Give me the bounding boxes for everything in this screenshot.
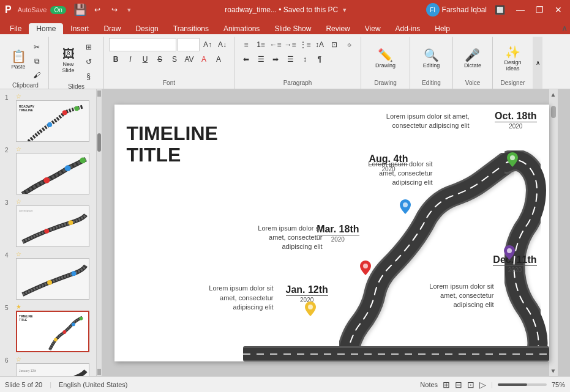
view-slide-btn[interactable]: ⊟ [455,380,462,390]
svg-text:Lorem ipsum: Lorem ipsum [19,209,33,212]
v-scroll-thumb[interactable] [551,106,556,118]
view-slideshow-btn[interactable]: ▷ [479,380,486,390]
view-reading-btn[interactable]: ⊡ [467,380,474,390]
file-location-arrow[interactable]: ▾ [343,6,347,13]
align-center-btn[interactable]: ☰ [254,53,268,66]
tab-file[interactable]: File [2,23,29,34]
tab-view[interactable]: View [358,23,388,34]
font-size-input[interactable] [178,38,200,51]
line-spacing-btn[interactable]: ↕ [298,53,312,66]
autosave-label: AutoSave [18,6,47,13]
tab-draw[interactable]: Draw [96,23,128,34]
slide-panel-scrollbar[interactable] [97,89,102,376]
design-ideas-btn[interactable]: ✨ DesignIdeas [501,45,523,73]
font-group: A↑ A↓ B I U S S AV A A Font [104,37,234,89]
strikethrough-btn[interactable]: S [153,53,167,66]
scroll-up-arrow[interactable] [97,91,101,97]
increase-font-btn[interactable]: A↑ [201,38,214,51]
format-painter-btn[interactable]: 🖌 [30,68,43,82]
new-slide-btn[interactable]: 🖼 NewSlide [58,46,80,75]
drawing-group: ✏️ Drawing Drawing [361,37,410,89]
scroll-down-arrow[interactable] [97,369,101,375]
columns-btn[interactable]: ⋮≡ [298,38,312,51]
more-tools-btn[interactable]: ▾ [127,6,131,14]
slide-thumb-5[interactable]: 5 ★ TIMELINE TITLE [5,303,91,352]
paste-icon: 📋 [11,50,26,62]
minimize-btn[interactable]: — [513,4,528,16]
ribbon-scroll-btn[interactable]: ∧ [533,37,542,89]
pin-red [359,261,372,275]
scroll-thumb[interactable] [97,133,101,152]
restore-btn[interactable]: ❐ [533,4,547,16]
dictate-btn[interactable]: 🎤 Dictate [462,48,484,70]
ribbon-collapse-btn[interactable]: 🔲 [492,4,508,16]
app-icon: P [5,4,12,15]
tab-slideshow[interactable]: Slide Show [267,23,318,34]
section-btn[interactable]: § [82,70,96,83]
text-block-3: Lorem ipsum dolor sitamet, consecteturad… [237,224,323,252]
cut-btn[interactable]: ✂ [30,40,43,54]
tab-insert[interactable]: Insert [63,23,96,34]
thumb-content-3: Lorem ipsum [17,206,89,246]
paste-btn[interactable]: 📋 Paste [7,38,29,82]
slide-title[interactable]: TIMELINE TITLE [127,123,218,166]
shadow-btn[interactable]: S [168,53,181,66]
text-block-5: Lorem ipsum dolor sitamet, consecteturad… [163,284,274,312]
bullets-btn[interactable]: ≡ [239,38,253,51]
align-left-btn[interactable]: ⬅ [239,53,253,66]
font-color-btn[interactable]: A [197,53,211,66]
slide-thumb-4[interactable]: 4 ☆ [5,251,91,300]
align-text-btn[interactable]: ⊡ [328,38,341,51]
reset-btn[interactable]: ↺ [82,55,96,68]
increase-indent-btn[interactable]: →≡ [283,38,297,51]
tab-transitions[interactable]: Transitions [166,23,216,34]
star-4: ☆ [16,251,89,257]
align-right-btn[interactable]: ➡ [269,53,282,66]
svg-text:TITLE: TITLE [19,319,28,322]
autosave-toggle[interactable]: On [50,6,66,14]
tab-addins[interactable]: Add-ins [388,23,428,34]
slide-img-5: TIMELINE TITLE [16,311,89,352]
v-scroll-down[interactable]: ▼ [549,366,558,376]
v-scroll-up[interactable]: ▲ [549,89,558,100]
copy-btn[interactable]: ⧉ [30,54,43,68]
slide-canvas[interactable]: TIMELINE TITLE [114,105,549,361]
font-name-input[interactable] [109,38,176,51]
close-btn[interactable]: ✕ [552,4,565,16]
save-icon[interactable]: 💾 [73,3,87,17]
justify-btn[interactable]: ☰ [283,53,297,66]
redo-btn[interactable]: ↪ [108,4,121,15]
slide-thumb-3[interactable]: 3 ☆ Lorem ipsum [5,198,91,247]
text-highlight-btn[interactable]: A [212,53,225,66]
italic-btn[interactable]: I [124,53,137,66]
layout-btn[interactable]: ⊞ [82,40,96,54]
undo-btn[interactable]: ↩ [91,4,104,15]
slide-img-1: ROADWAY TIMELINE [16,100,89,142]
tab-design[interactable]: Design [128,23,165,34]
numbering-btn[interactable]: 1≡ [254,38,268,51]
notes-btn[interactable]: Notes [420,381,438,388]
underline-btn[interactable]: U [138,53,152,66]
tab-home[interactable]: Home [29,23,63,34]
slide-panel[interactable]: 1 ☆ ROADWAY TIMELINE [0,89,97,376]
text-direction-btn[interactable]: ↕A [313,38,326,51]
editing-btn[interactable]: 🔍 Editing [421,48,443,70]
decrease-font-btn[interactable]: A↓ [216,38,229,51]
decrease-indent-btn[interactable]: ←≡ [269,38,282,51]
smartart-btn[interactable]: ⟐ [342,38,356,51]
view-normal-btn[interactable]: ⊞ [443,380,450,390]
drawing-btn[interactable]: ✏️ Drawing [373,48,398,70]
date-mar: Mar. 18th 2020 [317,224,359,243]
para-spacing-btn[interactable]: ¶ [313,53,326,66]
bold-btn[interactable]: B [109,53,122,66]
canvas-v-scrollbar[interactable]: ▲ ▼ [549,89,558,376]
tab-review[interactable]: Review [318,23,357,34]
tab-animations[interactable]: Animations [216,23,267,34]
ribbon-expand-btn[interactable]: ∧ [559,22,570,34]
tab-help[interactable]: Help [427,23,457,34]
char-spacing-btn[interactable]: AV [182,53,196,66]
slide-thumb-2[interactable]: 2 ☆ [5,146,91,194]
svg-point-5 [74,106,79,111]
slide-thumb-6[interactable]: 6 ☆ January 12th [5,356,91,376]
slide-thumb-1[interactable]: 1 ☆ ROADWAY TIMELINE [5,93,91,142]
